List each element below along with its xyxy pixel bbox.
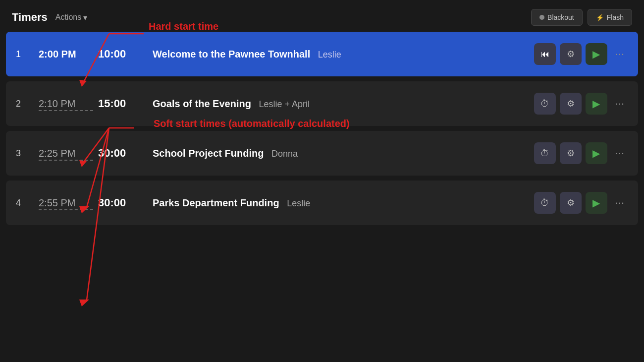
header: Timers Actions ▾ Blackout ⚡ Flash	[0, 0, 644, 32]
chevron-down-icon: ▾	[83, 13, 87, 22]
item-speaker: Leslie	[318, 50, 341, 60]
play-button[interactable]: ▶	[586, 192, 607, 214]
flash-label: Flash	[607, 13, 624, 21]
table-row: 4 2:55 PM 30:00 Parks Department Funding…	[6, 181, 638, 225]
table-row: 2 2:10 PM 15:00 Goals of the Evening Les…	[6, 81, 638, 126]
item-name: Welcome to the Pawnee Townhall Leslie	[153, 49, 526, 60]
item-name: Goals of the Evening Leslie + April	[153, 98, 526, 110]
play-button[interactable]: ▶	[586, 43, 607, 65]
more-button[interactable]: ···	[611, 145, 628, 162]
duration: 15:00	[98, 97, 143, 110]
settings-button[interactable]: ⚙	[560, 43, 582, 65]
blackout-label: Blackout	[547, 13, 574, 21]
item-speaker: Donna	[271, 149, 298, 159]
start-time: 2:10 PM	[39, 98, 93, 110]
duration: 10:00	[98, 48, 143, 60]
item-speaker: Leslie + April	[259, 99, 310, 109]
settings-button[interactable]: ⚙	[560, 192, 582, 214]
settings-button[interactable]: ⚙	[560, 93, 582, 115]
start-time: 2:55 PM	[39, 197, 93, 209]
row-actions: ⏱ ⚙ ▶ ···	[534, 93, 628, 115]
flash-button[interactable]: ⚡ Flash	[588, 9, 632, 26]
timer-icon-button[interactable]: ⏱	[534, 142, 556, 164]
row-number: 2	[16, 99, 31, 109]
blackout-button[interactable]: Blackout	[531, 9, 583, 26]
item-speaker: Leslie	[287, 198, 310, 208]
row-number: 4	[16, 198, 31, 208]
flash-icon: ⚡	[596, 14, 604, 21]
more-button[interactable]: ···	[611, 95, 628, 112]
row-actions: ⏱ ⚙ ▶ ···	[534, 142, 628, 164]
table-row: 1 2:00 PM 10:00 Welcome to the Pawnee To…	[6, 32, 638, 76]
play-button[interactable]: ▶	[586, 142, 607, 164]
timer-icon-button[interactable]: ⏱	[534, 192, 556, 214]
item-name: School Project Funding Donna	[153, 148, 526, 159]
svg-marker-9	[79, 300, 89, 306]
timer-icon-button[interactable]: ⏱	[534, 93, 556, 115]
header-left: Timers Actions ▾	[12, 11, 90, 24]
blackout-dot-icon	[539, 15, 544, 20]
actions-label: Actions	[55, 13, 81, 22]
row-number: 1	[16, 49, 31, 60]
row-actions: ⏱ ⚙ ▶ ···	[534, 192, 628, 214]
start-time: 2:00 PM	[39, 49, 93, 60]
timers-container: 1 2:00 PM 10:00 Welcome to the Pawnee To…	[0, 32, 644, 225]
header-right: Blackout ⚡ Flash	[531, 9, 632, 26]
play-button[interactable]: ▶	[586, 93, 607, 115]
item-name: Parks Department Funding Leslie	[153, 197, 526, 209]
more-button[interactable]: ···	[611, 194, 628, 211]
table-row: 3 2:25 PM 30:00 School Project Funding D…	[6, 131, 638, 176]
duration: 30:00	[98, 147, 143, 160]
duration: 30:00	[98, 196, 143, 209]
page-title: Timers	[12, 11, 48, 24]
more-button[interactable]: ···	[611, 46, 628, 62]
settings-button[interactable]: ⚙	[560, 142, 582, 164]
row-number: 3	[16, 148, 31, 159]
start-time: 2:25 PM	[39, 148, 93, 159]
row-actions: ⏮ ⚙ ▶ ···	[534, 43, 628, 65]
actions-button[interactable]: Actions ▾	[53, 11, 90, 24]
skip-button[interactable]: ⏮	[534, 43, 556, 65]
